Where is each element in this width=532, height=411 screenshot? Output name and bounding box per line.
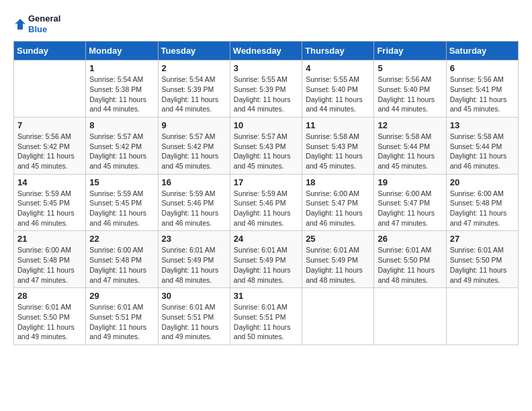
day-number: 30 [162, 291, 226, 301]
calendar-cell: 3Sunrise: 5:55 AMSunset: 5:39 PMDaylight… [230, 60, 302, 118]
calendar-cell: 13Sunrise: 5:58 AMSunset: 5:44 PMDayligh… [446, 117, 518, 174]
calendar-cell: 18Sunrise: 6:00 AMSunset: 5:47 PMDayligh… [302, 174, 374, 231]
day-info: Sunrise: 6:00 AMSunset: 5:47 PMDaylight:… [306, 189, 370, 228]
day-info: Sunrise: 6:01 AMSunset: 5:49 PMDaylight:… [306, 245, 370, 285]
calendar-cell [374, 288, 446, 345]
logo: General Blue [13, 13, 60, 34]
day-number: 16 [162, 177, 226, 187]
calendar-cell: 15Sunrise: 5:59 AMSunset: 5:45 PMDayligh… [86, 174, 158, 231]
day-info: Sunrise: 6:00 AMSunset: 5:48 PMDaylight:… [89, 245, 154, 285]
calendar-cell: 8Sunrise: 5:57 AMSunset: 5:42 PMDaylight… [86, 117, 158, 174]
calendar-header-row: SundayMondayTuesdayWednesdayThursdayFrid… [14, 42, 519, 60]
day-number: 8 [89, 120, 154, 130]
day-number: 25 [306, 234, 370, 244]
calendar-cell: 12Sunrise: 5:58 AMSunset: 5:44 PMDayligh… [374, 117, 446, 174]
day-info: Sunrise: 5:59 AMSunset: 5:45 PMDaylight:… [89, 189, 154, 228]
day-number: 20 [450, 177, 515, 187]
calendar-cell: 1Sunrise: 5:54 AMSunset: 5:38 PMDaylight… [86, 60, 158, 118]
day-number: 27 [450, 234, 515, 244]
day-number: 9 [162, 120, 226, 130]
day-number: 3 [234, 63, 298, 73]
day-info: Sunrise: 6:01 AMSunset: 5:49 PMDaylight:… [162, 245, 226, 285]
day-number: 15 [89, 177, 154, 187]
calendar-week-row: 28Sunrise: 6:01 AMSunset: 5:50 PMDayligh… [14, 288, 519, 345]
svg-marker-0 [15, 19, 26, 30]
calendar-cell [14, 60, 86, 118]
day-info: Sunrise: 5:54 AMSunset: 5:38 PMDaylight:… [89, 75, 154, 114]
header-wednesday: Wednesday [230, 42, 302, 60]
day-number: 5 [378, 63, 442, 73]
day-number: 24 [234, 234, 298, 244]
calendar-cell: 21Sunrise: 6:00 AMSunset: 5:48 PMDayligh… [14, 231, 86, 288]
calendar-week-row: 14Sunrise: 5:59 AMSunset: 5:45 PMDayligh… [14, 174, 519, 231]
day-info: Sunrise: 6:01 AMSunset: 5:51 PMDaylight:… [162, 302, 226, 342]
calendar-week-row: 21Sunrise: 6:00 AMSunset: 5:48 PMDayligh… [14, 231, 519, 288]
calendar-cell: 14Sunrise: 5:59 AMSunset: 5:45 PMDayligh… [14, 174, 86, 231]
header-thursday: Thursday [302, 42, 374, 60]
day-number: 11 [306, 120, 370, 130]
day-info: Sunrise: 5:54 AMSunset: 5:39 PMDaylight:… [162, 75, 226, 114]
header-sunday: Sunday [14, 42, 86, 60]
day-info: Sunrise: 6:00 AMSunset: 5:48 PMDaylight:… [17, 245, 82, 285]
day-info: Sunrise: 5:55 AMSunset: 5:40 PMDaylight:… [306, 75, 370, 114]
day-number: 18 [306, 177, 370, 187]
day-number: 21 [17, 234, 82, 244]
day-number: 31 [234, 291, 298, 301]
calendar-cell [446, 288, 518, 345]
day-info: Sunrise: 6:01 AMSunset: 5:51 PMDaylight:… [89, 302, 154, 342]
calendar-cell: 11Sunrise: 5:58 AMSunset: 5:43 PMDayligh… [302, 117, 374, 174]
day-number: 29 [89, 291, 154, 301]
header-saturday: Saturday [446, 42, 518, 60]
day-number: 13 [450, 120, 515, 130]
calendar-cell: 17Sunrise: 5:59 AMSunset: 5:46 PMDayligh… [230, 174, 302, 231]
calendar-cell: 9Sunrise: 5:57 AMSunset: 5:42 PMDaylight… [158, 117, 230, 174]
day-info: Sunrise: 6:01 AMSunset: 5:50 PMDaylight:… [17, 302, 82, 342]
header-tuesday: Tuesday [158, 42, 230, 60]
calendar-cell: 29Sunrise: 6:01 AMSunset: 5:51 PMDayligh… [86, 288, 158, 345]
calendar-cell: 6Sunrise: 5:56 AMSunset: 5:41 PMDaylight… [446, 60, 518, 118]
calendar-cell: 26Sunrise: 6:01 AMSunset: 5:50 PMDayligh… [374, 231, 446, 288]
calendar-cell: 4Sunrise: 5:55 AMSunset: 5:40 PMDaylight… [302, 60, 374, 118]
day-info: Sunrise: 6:01 AMSunset: 5:49 PMDaylight:… [234, 245, 298, 285]
day-number: 28 [17, 291, 82, 301]
day-info: Sunrise: 6:01 AMSunset: 5:50 PMDaylight:… [378, 245, 442, 285]
day-info: Sunrise: 5:58 AMSunset: 5:44 PMDaylight:… [378, 132, 442, 171]
header-monday: Monday [86, 42, 158, 60]
day-info: Sunrise: 6:00 AMSunset: 5:48 PMDaylight:… [450, 189, 515, 228]
day-number: 10 [234, 120, 298, 130]
day-number: 19 [378, 177, 442, 187]
day-number: 1 [89, 63, 154, 73]
calendar-week-row: 7Sunrise: 5:56 AMSunset: 5:42 PMDaylight… [14, 117, 519, 174]
day-info: Sunrise: 5:56 AMSunset: 5:40 PMDaylight:… [378, 75, 442, 114]
day-info: Sunrise: 5:56 AMSunset: 5:41 PMDaylight:… [450, 75, 515, 114]
day-info: Sunrise: 5:58 AMSunset: 5:43 PMDaylight:… [306, 132, 370, 171]
day-info: Sunrise: 5:59 AMSunset: 5:46 PMDaylight:… [162, 189, 226, 228]
day-info: Sunrise: 5:59 AMSunset: 5:46 PMDaylight:… [234, 189, 298, 228]
day-number: 14 [17, 177, 82, 187]
day-number: 23 [162, 234, 226, 244]
day-info: Sunrise: 5:58 AMSunset: 5:44 PMDaylight:… [450, 132, 515, 171]
day-number: 4 [306, 63, 370, 73]
day-number: 12 [378, 120, 442, 130]
day-info: Sunrise: 5:57 AMSunset: 5:42 PMDaylight:… [89, 132, 154, 171]
calendar-cell: 30Sunrise: 6:01 AMSunset: 5:51 PMDayligh… [158, 288, 230, 345]
day-info: Sunrise: 6:01 AMSunset: 5:51 PMDaylight:… [234, 302, 298, 342]
calendar-week-row: 1Sunrise: 5:54 AMSunset: 5:38 PMDaylight… [14, 60, 519, 118]
calendar-cell: 31Sunrise: 6:01 AMSunset: 5:51 PMDayligh… [230, 288, 302, 345]
day-info: Sunrise: 6:00 AMSunset: 5:47 PMDaylight:… [378, 189, 442, 228]
calendar-cell: 25Sunrise: 6:01 AMSunset: 5:49 PMDayligh… [302, 231, 374, 288]
calendar-cell: 10Sunrise: 5:57 AMSunset: 5:43 PMDayligh… [230, 117, 302, 174]
day-number: 22 [89, 234, 154, 244]
calendar-cell: 5Sunrise: 5:56 AMSunset: 5:40 PMDaylight… [374, 60, 446, 118]
calendar-cell [302, 288, 374, 345]
calendar-table: SundayMondayTuesdayWednesdayThursdayFrid… [13, 41, 519, 345]
day-info: Sunrise: 5:56 AMSunset: 5:42 PMDaylight:… [17, 132, 82, 171]
calendar-cell: 2Sunrise: 5:54 AMSunset: 5:39 PMDaylight… [158, 60, 230, 118]
day-number: 17 [234, 177, 298, 187]
day-info: Sunrise: 5:57 AMSunset: 5:43 PMDaylight:… [234, 132, 298, 171]
day-info: Sunrise: 6:01 AMSunset: 5:50 PMDaylight:… [450, 245, 515, 285]
day-number: 2 [162, 63, 226, 73]
day-number: 6 [450, 63, 515, 73]
calendar-cell: 28Sunrise: 6:01 AMSunset: 5:50 PMDayligh… [14, 288, 86, 345]
logo-graphic-icon [13, 17, 27, 31]
